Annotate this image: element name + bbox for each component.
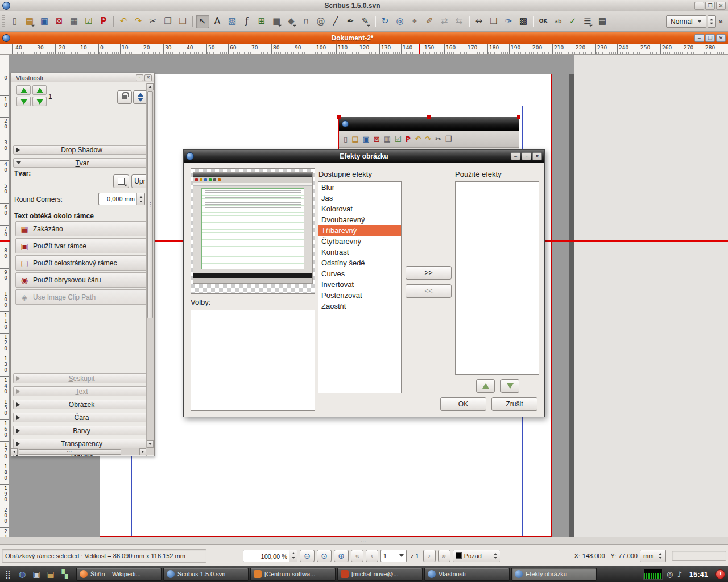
app-menu-icon[interactable]: ⣿	[2, 568, 14, 580]
file-manager-icon[interactable]: ▤	[44, 568, 57, 580]
display-icon[interactable]: ▣	[30, 568, 43, 580]
zoom-button[interactable]: ◎	[393, 15, 407, 28]
text-flow-option[interactable]: ◉ Použít obrysovou čáru	[15, 272, 147, 288]
insert-barcode-button[interactable]: ▩	[516, 15, 530, 28]
scroll-left-button[interactable]	[11, 448, 18, 455]
available-effects-list[interactable]: Blur Jas Kolorovat Dvoubarevný Tříbarevn…	[318, 181, 402, 393]
effect-item[interactable]: Dvoubarevný	[318, 214, 401, 225]
page-number-combo[interactable]: 1	[380, 550, 407, 562]
canvas-horizontal-scrollbar[interactable]: ⋯	[0, 537, 728, 544]
insert-spiral-button[interactable]: @	[314, 15, 328, 28]
effect-item[interactable]: Zaostřit	[318, 301, 401, 311]
insert-line-button[interactable]: ╱	[329, 15, 342, 28]
palette-titlebar[interactable]: Vlastnosti ▫ ✕	[11, 73, 154, 82]
pdf-listbox-button[interactable]: ▤	[595, 15, 609, 28]
mode-combo[interactable]: Normal	[666, 15, 706, 28]
effect-item[interactable]: Jas	[318, 193, 401, 203]
effect-item[interactable]: Čtyřbarevný	[318, 236, 401, 247]
add-effect-button[interactable]: >>	[406, 266, 452, 280]
palette-vertical-scrollbar[interactable]: ⋯	[146, 83, 154, 448]
doc-close-button[interactable]: ✕	[716, 34, 726, 42]
measurements-button[interactable]: ↔	[472, 15, 486, 28]
spinbox-arrows[interactable]	[289, 550, 297, 562]
dialog-minimize-button[interactable]: –	[511, 152, 520, 160]
ruler-origin[interactable]	[0, 44, 9, 55]
network-monitor-icon[interactable]	[643, 568, 663, 580]
scroll-down-button[interactable]	[147, 440, 154, 448]
palette-close-button[interactable]: ✕	[144, 74, 152, 81]
copy-item-properties-button[interactable]: ❑	[487, 15, 500, 28]
unit-combo[interactable]: mm	[640, 550, 666, 562]
insert-arc-button[interactable]: ∩	[299, 15, 313, 28]
zoom-100-button[interactable]: ⊙	[317, 550, 332, 562]
taskbar-window-button[interactable]: Vlastnosti	[424, 568, 510, 581]
rotate-item-button[interactable]: ↻	[378, 15, 392, 28]
section-header[interactable]: Obrázek	[13, 400, 147, 409]
new-document-button[interactable]: ▯	[8, 15, 22, 28]
browser-icon[interactable]: ◍	[16, 568, 28, 580]
pdf-text-field-button[interactable]: ab	[551, 15, 565, 28]
document-window-titlebar[interactable]: Dokument-2* – ❐ ✕	[0, 32, 728, 44]
edit-contents-button[interactable]: ⌖	[408, 15, 421, 28]
pdf-combobox-button[interactable]: ☰	[581, 15, 594, 28]
lower-to-bottom-button[interactable]	[32, 97, 47, 106]
zoom-spinbox[interactable]: 100,00 %	[243, 550, 297, 562]
export-pdf-button[interactable]: P	[97, 15, 110, 28]
minimize-button[interactable]: –	[694, 2, 704, 10]
last-page-button[interactable]: »	[438, 550, 450, 562]
toolbar-overflow-button[interactable]: »	[719, 17, 723, 26]
pdf-checkbox-button[interactable]: ✓	[566, 15, 580, 28]
section-header[interactable]: Barvy	[13, 426, 147, 435]
preflight-verifier-button[interactable]: ☑	[82, 15, 96, 28]
selection-handle[interactable]	[337, 115, 341, 119]
first-page-button[interactable]: «	[351, 550, 363, 562]
taskbar-window-button[interactable]: [michal-nove@...	[337, 568, 423, 581]
link-text-frames-button[interactable]: ⇄	[437, 15, 451, 28]
copy-button[interactable]: ❐	[161, 15, 175, 28]
doc-minimize-button[interactable]: –	[694, 34, 704, 42]
scrollbar-thumb[interactable]: ⋯	[19, 449, 121, 455]
applied-effects-list[interactable]	[455, 181, 539, 375]
dialog-titlebar[interactable]: Efekty obrázku – ▫ ✕	[184, 150, 544, 163]
unlink-text-frames-button[interactable]: ⇆	[452, 15, 466, 28]
doc-maximize-button[interactable]: ❐	[705, 34, 715, 42]
move-effect-down-button[interactable]	[500, 379, 519, 393]
scrollbar-thumb[interactable]: ⋯	[147, 91, 153, 318]
effect-item[interactable]: Tříbarevný	[318, 225, 401, 236]
scroll-up-button[interactable]	[147, 83, 154, 90]
lower-level-button[interactable]	[16, 97, 31, 106]
print-button[interactable]: ▦	[67, 15, 81, 28]
insert-bezier-button[interactable]: ✒	[344, 15, 357, 28]
taskbar-window-button[interactable]: Scribus 1.5.0.svn	[163, 568, 249, 581]
insert-freehand-button[interactable]: ✎	[358, 15, 372, 28]
section-tvar[interactable]: Tvar	[13, 158, 147, 168]
text-flow-option[interactable]: ▢ Použít celostránkový rámec	[15, 255, 147, 271]
effect-item[interactable]: Invertovat	[318, 279, 401, 290]
terminal-icon[interactable]: ▚	[59, 568, 71, 580]
insert-polygon-button[interactable]: ◆	[284, 15, 298, 28]
select-item-button[interactable]: ↖	[196, 15, 209, 28]
horizontal-ruler[interactable]: -40-30-20-100102030405060708090100110120…	[9, 44, 728, 55]
zoom-in-button[interactable]: ⊕	[334, 550, 349, 562]
next-page-button[interactable]: ›	[423, 550, 436, 562]
remove-effect-button[interactable]: <<	[406, 284, 452, 298]
shutdown-icon[interactable]	[715, 569, 725, 579]
effect-item[interactable]: Kontrast	[318, 247, 401, 257]
ok-button[interactable]: OK	[440, 397, 486, 411]
insert-render-frame-button[interactable]: ƒ	[240, 15, 254, 28]
story-editor-button[interactable]: ✐	[423, 15, 436, 28]
taskbar-window-button[interactable]: Štiřín – Wikipedi...	[76, 568, 162, 581]
effect-item[interactable]: Kolorovat	[318, 203, 401, 214]
effect-item[interactable]: Posterizovat	[318, 290, 401, 301]
text-flow-option[interactable]: ▦ Zakázáno	[15, 221, 147, 236]
save-document-button[interactable]: ▣	[38, 15, 51, 28]
dialog-close-button[interactable]: ✕	[532, 152, 542, 160]
paste-button[interactable]: ❏	[176, 15, 189, 28]
raise-to-top-button[interactable]	[32, 85, 47, 95]
section-drop-shadow[interactable]: Drop Shadow	[13, 145, 147, 155]
layer-combo[interactable]: Pozad	[453, 550, 500, 562]
palette-horizontal-scrollbar[interactable]: ⋯	[11, 448, 146, 455]
palette-shade-button[interactable]: ▫	[136, 74, 143, 81]
cut-button[interactable]: ✂	[146, 15, 160, 28]
maximize-button[interactable]: ❐	[705, 2, 715, 10]
